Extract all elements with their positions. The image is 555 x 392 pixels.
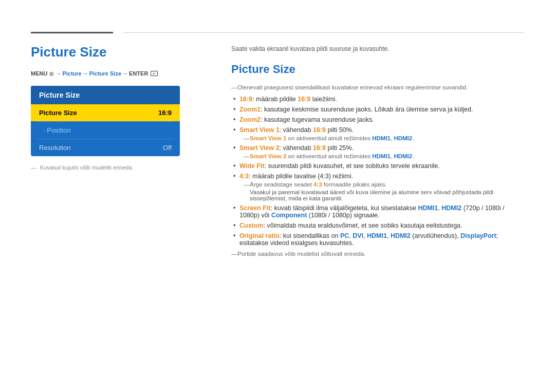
label-custom: Custom (239, 222, 264, 229)
text-sv2b: pilti 25%. (326, 144, 354, 152)
menu-item-value-picture-size: 16:9 (158, 109, 172, 117)
sub-text-43a: Ärge seadistage seadet (250, 181, 313, 188)
list-item-43: 4:3: määrab pildile tavalise (4:3) režii… (231, 173, 524, 201)
menu-item-label-resolution: Resolution (39, 144, 70, 152)
text-sf1: : kuvab täispiidi ilma väljalõigeteta, k… (270, 204, 418, 212)
list-item-original-ratio: Original ratio: kui sisendallikas on PC,… (231, 232, 524, 247)
bottom-note: Portide saadavus võib mudelist sõltuvalt… (231, 251, 524, 257)
val-sv1: 16:9 (313, 126, 326, 134)
menu-item-label-picture-size: Picture Size (39, 109, 77, 117)
top-divider (0, 31, 555, 34)
menu-box: Picture Size Picture Size 16:9 · Positio… (31, 86, 180, 156)
sf-hdmi2: HDMI2 (441, 204, 461, 212)
text-169b: laiežiimi. (310, 96, 337, 103)
text-or1: : kui sisendallikas on (280, 232, 340, 239)
text-zoom1: : kasutage keskmise suurenduse jaoks. Lõ… (261, 106, 473, 113)
label-or: Original ratio (239, 232, 280, 239)
or-dp: DisplayPort (460, 232, 496, 239)
menu-keyword: MENU (31, 70, 47, 77)
sub-dot-sv2: . (412, 153, 414, 159)
label-sv1: Smart View 1 (239, 126, 280, 134)
main-note: Olenevalt praegusest sisendallikast kuva… (231, 84, 524, 90)
sub-val-43: 4:3 (313, 181, 322, 188)
sub-text-sv1: on aktiveeritud ainult režiimides (286, 135, 372, 141)
list-item-custom: Custom: võimaldab muuta eraldusvõimet, e… (231, 222, 524, 229)
menu-item-resolution[interactable]: Resolution Off (31, 139, 180, 156)
label-169: 16:9 (239, 96, 252, 103)
menu-picture-size: Picture Size (89, 70, 121, 77)
text-widefit: : suurendab pildi kuvasuhet, et see sobi… (265, 162, 440, 170)
menu-picture: Picture (62, 70, 81, 77)
label-screenfit: Screen Fit (239, 204, 270, 212)
right-panel: Saate valida ekraanil kuvatava pildi suu… (221, 39, 524, 257)
right-intro: Saate valida ekraanil kuvatava pildi suu… (231, 45, 524, 52)
label-43: 4:3 (239, 173, 249, 180)
right-title: Picture Size (231, 63, 524, 76)
list-item-smartview1: Smart View 1: vähendab 16:9 pilti 50%. S… (231, 126, 524, 141)
sub-text-43b: formaadile pikaks ajaks. (322, 181, 387, 188)
text-43: : määrab pildile tavalise (4:3) režiimi. (249, 173, 353, 180)
or-c2: , (363, 232, 367, 239)
menu-item-label-position: · Position (43, 126, 70, 134)
sub-text-sv2: on aktiveeritud ainult režiimides (286, 153, 372, 159)
text-sv1b: pilti 50%. (326, 126, 354, 134)
label-widefit: Wide Fit (239, 162, 265, 170)
sf-hdmi1: HDMI1 (418, 204, 438, 212)
text-sv2: : vähendab (280, 144, 313, 152)
divider-left (31, 32, 113, 33)
text-sv1: : vähendab (280, 126, 313, 134)
list-item-zoom1: Zoom1: kasutage keskmise suurenduse jaok… (231, 106, 524, 113)
menu-enter: ENTER (129, 70, 148, 77)
text-zoom2: : kasutage tugevama suurenduse jaoks. (261, 116, 374, 123)
sub-note-43: Ärge seadistage seadet 4:3 formaadile pi… (239, 181, 524, 188)
or-hdmi1: HDMI1 (367, 232, 387, 239)
sub-hdmi1-sv1: HDMI1 (372, 135, 391, 141)
or-hdmi2: HDMI2 (391, 232, 411, 239)
menu-path: MENU ⊞ → Picture → Picture Size → ENTER … (31, 70, 200, 77)
enter-icon: ↵ (151, 71, 158, 76)
or-dvi: DVI (353, 232, 363, 239)
sub-hdmi2-sv2: HDMI2 (394, 153, 412, 159)
sub-hdmi2-sv1: HDMI2 (394, 135, 412, 141)
menu-grid-icon: ⊞ (49, 71, 53, 77)
footer-note: Kuvatud kujutis võib mudeliti erineda. (31, 164, 200, 171)
feature-list: 16:9: määrab pildile 16:9 laiežiimi. Zoo… (231, 96, 524, 247)
sf-text3: (1080i / 1080p) signaale. (307, 212, 379, 219)
or-text2: (arvutiühendus), (411, 232, 460, 239)
text-custom: : võimaldab muuta eraldusvõimet, et see … (264, 222, 462, 229)
sub-note-sv2: Smart View 2 on aktiveeritud ainult reži… (239, 153, 524, 159)
sf-component: Component (271, 212, 307, 219)
list-item-smartview2: Smart View 2: vähendab 16:9 pilti 25%. S… (231, 144, 524, 159)
label-sv2: Smart View 2 (239, 144, 280, 152)
label-zoom1: Zoom1 (239, 106, 261, 113)
list-item-169: 16:9: määrab pildile 16:9 laiežiimi. (231, 96, 524, 103)
sub-label-sv1: Smart View 1 (250, 135, 286, 141)
page-title: Picture Size (31, 44, 200, 60)
val-sv2: 16:9 (313, 144, 326, 152)
label-zoom2: Zoom2 (239, 116, 261, 123)
menu-item-value-resolution: Off (163, 144, 172, 152)
text-169: : määrab pildile (252, 96, 298, 103)
or-pc: PC (340, 232, 349, 239)
sub-indent-43: Vasakul ja paremal kuvatavad ääred või k… (239, 189, 524, 201)
arrow2: → (83, 70, 88, 77)
menu-box-header: Picture Size (31, 86, 180, 104)
val-169: 16:9 (298, 96, 310, 103)
or-c3: , (387, 232, 391, 239)
menu-item-picture-size[interactable]: Picture Size 16:9 (31, 104, 180, 121)
divider-right (123, 32, 524, 33)
sub-hdmi1-sv2: HDMI1 (372, 153, 391, 159)
sub-dot-sv1: . (412, 135, 414, 141)
left-panel: Picture Size MENU ⊞ → Picture → Picture … (31, 39, 221, 257)
arrow3: → (122, 70, 128, 77)
arrow1: → (55, 70, 61, 77)
sub-note-sv1: Smart View 1 on aktiveeritud ainult reži… (239, 135, 524, 141)
menu-item-position[interactable]: · Position (31, 122, 180, 139)
list-item-widefit: Wide Fit: suurendab pildi kuvasuhet, et … (231, 162, 524, 170)
list-item-screenfit: Screen Fit: kuvab täispiidi ilma väljalõ… (231, 204, 524, 219)
sub-label-sv2: Smart View 2 (250, 153, 286, 159)
list-item-zoom2: Zoom2: kasutage tugevama suurenduse jaok… (231, 116, 524, 123)
